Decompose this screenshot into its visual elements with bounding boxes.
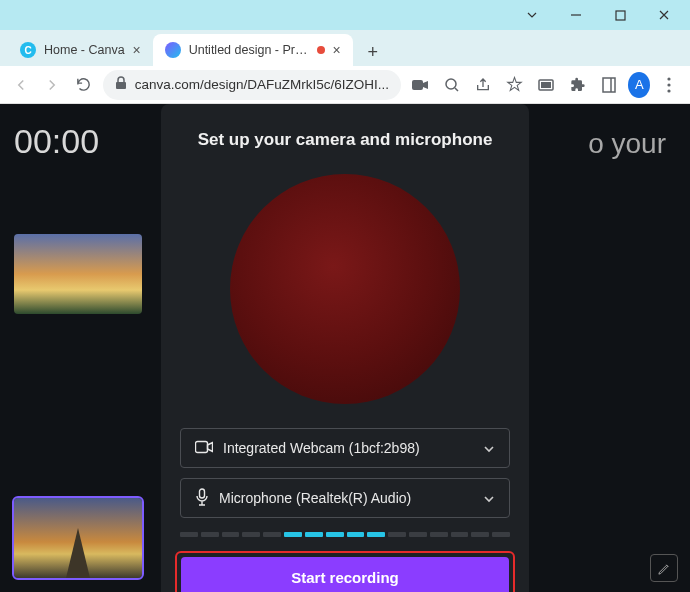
meter-segment xyxy=(222,532,240,537)
browser-tabstrip: C Home - Canva × Untitled design - Prese… xyxy=(0,30,690,66)
start-recording-button[interactable]: Start recording xyxy=(181,557,509,592)
svg-rect-7 xyxy=(603,78,615,92)
meter-segment xyxy=(305,532,323,537)
share-icon[interactable] xyxy=(470,70,496,100)
svg-rect-3 xyxy=(412,80,423,90)
meter-segment xyxy=(326,532,344,537)
recording-indicator-icon xyxy=(317,46,325,54)
url-text: canva.com/design/DAFuZMrkI5c/6IZOHI... xyxy=(135,77,389,92)
microphone-select[interactable]: Microphone (Realtek(R) Audio) xyxy=(180,478,510,518)
tab-label: Home - Canva xyxy=(44,43,125,57)
extensions-icon[interactable] xyxy=(565,70,591,100)
new-tab-button[interactable]: + xyxy=(359,38,387,66)
svg-point-10 xyxy=(668,83,671,86)
close-tab-icon[interactable]: × xyxy=(133,42,141,58)
modal-title: Set up your camera and microphone xyxy=(198,130,493,150)
browser-toolbar: canva.com/design/DAFuZMrkI5c/6IZOHI... A xyxy=(0,66,690,104)
svg-rect-6 xyxy=(541,82,551,88)
canva-favicon-icon: C xyxy=(20,42,36,58)
reload-button[interactable] xyxy=(71,70,97,100)
svg-rect-13 xyxy=(200,489,205,498)
meter-segment xyxy=(430,532,448,537)
lock-icon xyxy=(115,76,127,93)
zoom-icon[interactable] xyxy=(439,70,465,100)
microphone-select-label: Microphone (Realtek(R) Audio) xyxy=(219,490,473,506)
chevron-down-icon[interactable] xyxy=(510,1,554,29)
forward-button[interactable] xyxy=(40,70,66,100)
svg-point-11 xyxy=(668,89,671,92)
bookmark-star-icon[interactable] xyxy=(502,70,528,100)
design-favicon-icon xyxy=(165,42,181,58)
window-titlebar xyxy=(0,0,690,30)
start-recording-highlight: Start recording xyxy=(175,551,515,592)
kebab-menu-icon[interactable] xyxy=(656,70,682,100)
meter-segment xyxy=(388,532,406,537)
meter-segment xyxy=(180,532,198,537)
chevron-down-icon xyxy=(483,440,495,456)
chevron-down-icon xyxy=(483,490,495,506)
meter-segment xyxy=(471,532,489,537)
background-slide-text: o your xyxy=(588,128,666,160)
minimize-button[interactable] xyxy=(554,1,598,29)
tab-label: Untitled design - Presen xyxy=(189,43,309,57)
edit-button[interactable] xyxy=(650,554,678,582)
close-tab-icon[interactable]: × xyxy=(333,42,341,58)
meter-segment xyxy=(451,532,469,537)
meter-segment xyxy=(492,532,510,537)
camera-preview xyxy=(230,174,460,404)
slide-thumbnail-2[interactable] xyxy=(14,498,142,578)
microphone-icon xyxy=(195,488,209,509)
profile-initial: A xyxy=(635,77,644,92)
svg-rect-1 xyxy=(616,11,625,20)
meter-segment xyxy=(242,532,260,537)
svg-point-9 xyxy=(668,77,671,80)
meter-segment xyxy=(409,532,427,537)
slide-thumbnail-1[interactable] xyxy=(14,234,142,314)
back-button[interactable] xyxy=(8,70,34,100)
close-window-button[interactable] xyxy=(642,1,686,29)
canva-recorder-app: 00:00 o your Set up your camera and micr… xyxy=(0,104,690,592)
meter-segment xyxy=(263,532,281,537)
svg-point-4 xyxy=(446,79,456,89)
tab-untitled-design[interactable]: Untitled design - Presen × xyxy=(153,34,353,66)
address-bar[interactable]: canva.com/design/DAFuZMrkI5c/6IZOHI... xyxy=(103,70,401,100)
meter-segment xyxy=(284,532,302,537)
maximize-button[interactable] xyxy=(598,1,642,29)
svg-rect-12 xyxy=(196,441,208,452)
meter-segment xyxy=(201,532,219,537)
svg-rect-2 xyxy=(116,82,126,89)
tab-home-canva[interactable]: C Home - Canva × xyxy=(8,34,153,66)
camera-select-label: Integrated Webcam (1bcf:2b98) xyxy=(223,440,473,456)
camera-icon xyxy=(195,440,213,457)
meter-segment xyxy=(347,532,365,537)
meter-segment xyxy=(367,532,385,537)
thumbnail-graphic xyxy=(66,528,90,578)
setup-camera-mic-modal: Set up your camera and microphone Integr… xyxy=(161,104,529,592)
profile-avatar[interactable]: A xyxy=(628,72,650,98)
recording-timer: 00:00 xyxy=(14,122,99,161)
camera-select[interactable]: Integrated Webcam (1bcf:2b98) xyxy=(180,428,510,468)
reading-list-icon[interactable] xyxy=(597,70,623,100)
install-app-icon[interactable] xyxy=(533,70,559,100)
camera-indicator-icon[interactable] xyxy=(407,70,433,100)
audio-level-meter xyxy=(180,532,510,537)
